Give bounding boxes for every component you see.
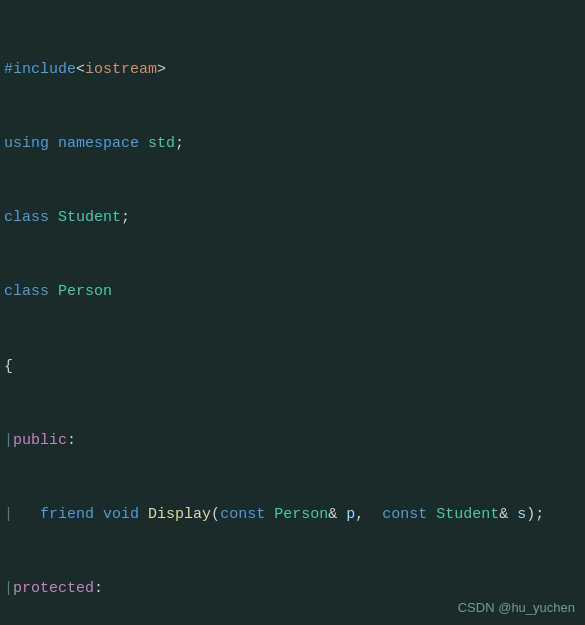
line-1: #include<iostream> [4, 58, 581, 83]
watermark: CSDN @hu_yuchen [458, 600, 575, 615]
line-5: { [4, 355, 581, 380]
line-4: class Person [4, 280, 581, 305]
line-7: | friend void Display(const Person& p, c… [4, 503, 581, 528]
line-2: using namespace std; [4, 132, 581, 157]
line-6: |public: [4, 429, 581, 454]
line-3: class Student; [4, 206, 581, 231]
code-block: #include<iostream> using namespace std; … [0, 0, 585, 625]
line-8: |protected: [4, 577, 581, 602]
